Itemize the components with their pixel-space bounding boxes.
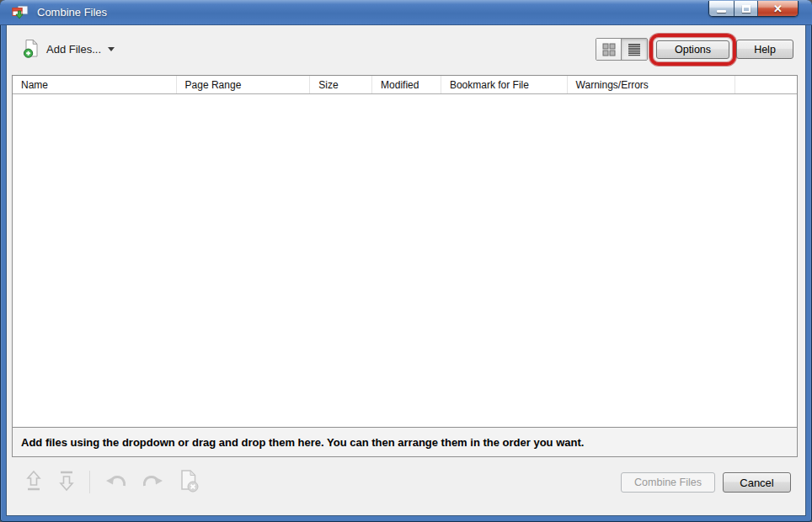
minimize-icon <box>717 10 726 13</box>
window-title: Combine Files <box>37 6 107 19</box>
view-toggle <box>596 38 648 61</box>
empty-state-message: Add files using the dropdown or drag and… <box>21 436 584 449</box>
grid-view-icon <box>602 43 616 56</box>
add-files-label: Add Files... <box>46 43 101 56</box>
empty-state-message-bar: Add files using the dropdown or drag and… <box>12 427 798 457</box>
table-header-row: NamePage RangeSizeModifiedBookmark for F… <box>13 76 797 94</box>
column-header-spacer[interactable] <box>735 76 797 93</box>
column-header-size[interactable]: Size <box>310 76 372 93</box>
column-header-modified[interactable]: Modified <box>372 76 441 93</box>
red-highlight-annotation: Options <box>649 34 736 66</box>
combine-files-app-icon <box>12 5 29 20</box>
list-view-button[interactable] <box>622 39 647 60</box>
minimize-button[interactable] <box>709 1 734 16</box>
maximize-button[interactable] <box>734 1 757 16</box>
column-header-warnings-errors[interactable]: Warnings/Errors <box>568 76 736 93</box>
toolbar-separator <box>89 471 90 493</box>
undo-button[interactable] <box>103 471 128 493</box>
move-up-icon <box>24 469 44 494</box>
caret-down-icon <box>108 47 115 55</box>
help-button[interactable]: Help <box>736 40 793 59</box>
column-header-page-range[interactable]: Page Range <box>177 76 311 93</box>
redo-button[interactable] <box>141 471 166 493</box>
list-view-icon <box>628 43 641 56</box>
move-down-button[interactable] <box>56 469 77 494</box>
close-button[interactable]: ✕ <box>757 1 798 16</box>
cancel-button[interactable]: Cancel <box>723 472 791 493</box>
close-icon: ✕ <box>773 3 783 14</box>
add-files-button[interactable]: Add Files... <box>15 35 122 63</box>
combine-files-button[interactable]: Combine Files <box>621 472 715 493</box>
column-header-name[interactable]: Name <box>13 76 177 93</box>
options-button[interactable]: Options <box>656 40 729 59</box>
titlebar[interactable]: Combine Files <box>0 0 812 25</box>
column-header-bookmark-for-file[interactable]: Bookmark for File <box>441 76 568 93</box>
move-down-icon <box>56 469 77 494</box>
add-file-icon <box>23 39 40 59</box>
remove-file-icon <box>179 469 200 494</box>
combine-files-dialog: Combine Files ✕ Add Files... <box>0 0 812 522</box>
window-controls: ✕ <box>708 1 799 17</box>
maximize-icon <box>742 5 751 13</box>
move-up-button[interactable] <box>24 469 44 494</box>
thumbnail-view-button[interactable] <box>596 39 622 60</box>
file-list-panel: NamePage RangeSizeModifiedBookmark for F… <box>12 75 798 428</box>
redo-icon <box>141 471 166 493</box>
file-drop-area[interactable] <box>13 94 797 427</box>
client-area: Add Files... <box>6 25 806 516</box>
undo-icon <box>103 471 128 493</box>
footer-toolbar <box>24 466 200 497</box>
remove-file-button[interactable] <box>179 469 200 494</box>
